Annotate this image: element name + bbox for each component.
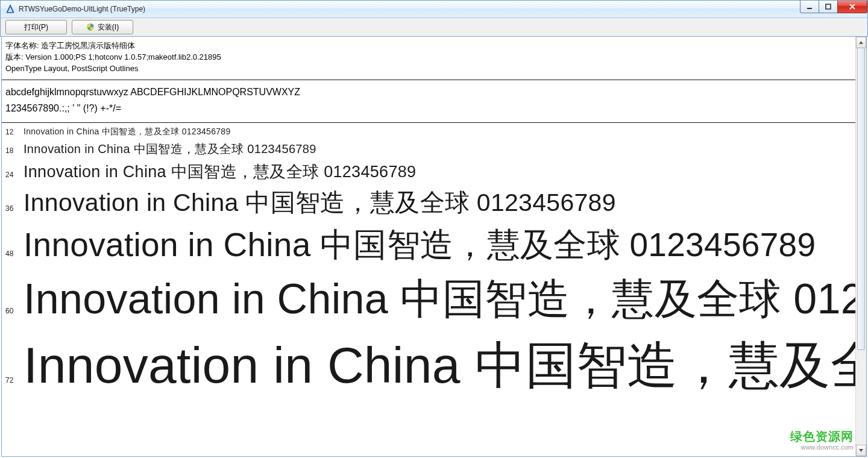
sample-text: Innovation in China 中国智造，慧及全球 0123456789 [24,127,231,137]
scroll-thumb[interactable] [857,48,865,350]
sample-size-label: 18 [5,146,24,155]
close-button[interactable] [837,1,867,13]
minimize-button[interactable] [800,1,819,13]
window-root: RTWSYueGoDemo-UltLight (TrueType) 打印(P) [0,0,868,458]
divider [2,122,856,123]
font-version-value: Version 1.000;PS 1;hotconv 1.0.57;makeot… [25,52,221,61]
sample-size-label: 24 [5,171,24,179]
font-name-value: 造字工房悦黑演示版特细体 [41,41,135,50]
sample-text: Innovation in China 中国智造，慧及全球 0123456789 [24,223,816,268]
sample-size-label: 12 [5,128,24,136]
sample-size-label: 60 [5,307,24,315]
charset-digits-symbols: 1234567890.:,; ' " (!?) +-*/= [5,100,852,116]
sample-row: 48Innovation in China 中国智造，慧及全球 01234567… [5,223,856,268]
app-icon [5,4,15,14]
toolbar: 打印(P) 安装(I) [0,18,868,37]
sample-text: Innovation in China 中国智造，慧及全球 0123456789 [24,161,416,183]
svg-rect-3 [826,4,831,9]
font-name-line: 字体名称: 造字工房悦黑演示版特细体 [5,40,852,52]
sample-size-label: 48 [5,249,24,258]
sample-row: 12Innovation in China 中国智造，慧及全球 01234567… [5,127,856,137]
font-version-label: 版本: [5,52,24,61]
font-version-line: 版本: Version 1.000;PS 1;hotconv 1.0.57;ma… [5,52,852,63]
window-title: RTWSYueGoDemo-UltLight (TrueType) [19,5,145,13]
svg-rect-2 [807,8,812,9]
svg-marker-5 [859,449,863,452]
sample-size-label: 72 [5,376,24,384]
sample-size-label: 36 [5,204,24,213]
sample-row: 60Innovation in China 中国智造，慧及全球 01234567… [5,271,856,328]
print-button[interactable]: 打印(P) [5,20,67,34]
font-name-label: 字体名称: [5,41,39,50]
scroll-down-button[interactable] [856,445,866,456]
sample-row: 72Innovation in China 中国智造，慧及全球 01234567… [5,331,856,400]
charset-block: abcdefghijklmnopqrstuvwxyz ABCDEFGHIJKLM… [2,83,856,120]
install-button-label: 安装(I) [98,22,119,33]
content-area: 字体名称: 造字工房悦黑演示版特细体 版本: Version 1.000;PS … [2,37,856,456]
install-button[interactable]: 安装(I) [72,20,133,34]
maximize-button[interactable] [819,1,838,13]
sample-row: 24Innovation in China 中国智造，慧及全球 01234567… [5,161,856,183]
sample-row: 18Innovation in China 中国智造，慧及全球 01234567… [5,141,856,157]
divider [2,80,856,80]
font-metadata: 字体名称: 造字工房悦黑演示版特细体 版本: Version 1.000;PS … [2,37,856,77]
scroll-up-button[interactable] [856,37,866,48]
sample-text: Innovation in China 中国智造，慧及全球 0123456789 [24,186,616,219]
sample-list: 12Innovation in China 中国智造，慧及全球 01234567… [2,127,856,400]
window-controls [800,1,867,13]
sample-text: Innovation in China 中国智造，慧及全球 0123456789 [24,331,856,400]
sample-text: Innovation in China 中国智造，慧及全球 0123456789 [24,271,856,328]
titlebar[interactable]: RTWSYueGoDemo-UltLight (TrueType) [0,0,868,18]
shield-icon [86,23,95,31]
sample-text: Innovation in China 中国智造，慧及全球 0123456789 [24,141,316,157]
print-button-label: 打印(P) [24,22,48,33]
content-frame: 字体名称: 造字工房悦黑演示版特细体 版本: Version 1.000;PS … [1,36,867,457]
sample-row: 36Innovation in China 中国智造，慧及全球 01234567… [5,186,856,219]
font-layout-line: OpenType Layout, PostScript Outlines [5,63,852,75]
vertical-scrollbar[interactable] [855,37,866,456]
charset-lowercase-uppercase: abcdefghijklmnopqrstuvwxyz ABCDEFGHIJKLM… [5,84,852,100]
svg-marker-4 [859,41,863,44]
